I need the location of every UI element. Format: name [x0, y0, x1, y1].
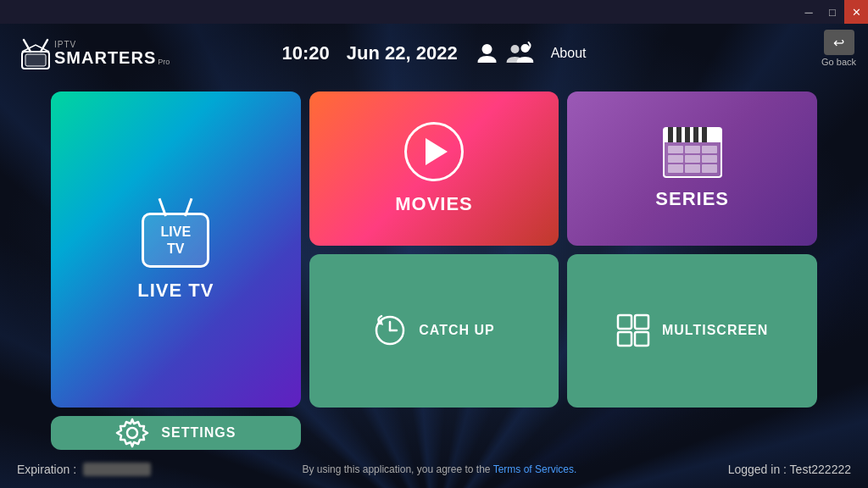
tv-body: LIVE TV — [142, 213, 209, 268]
footer: Expiration : By using this application, … — [0, 450, 868, 488]
user-icons — [475, 41, 534, 66]
multiscreen-text: MULTISCREEN — [662, 323, 768, 338]
live-tv-tile[interactable]: LIVE TV LIVE TV — [51, 92, 301, 408]
multiscreen-tile[interactable]: MULTISCREEN — [567, 254, 817, 408]
user-group-icon[interactable] — [505, 41, 534, 66]
clapboard-icon — [663, 127, 722, 176]
svg-point-5 — [511, 45, 520, 53]
tv-icon-wrapper: LIVE TV — [142, 197, 209, 268]
settings-text: SETTINGS — [161, 425, 236, 441]
terms-text: By using this application, you agree to … — [302, 463, 490, 475]
go-back-icon: ↩ — [824, 30, 854, 55]
live-tv-label: LIVE TV — [137, 280, 214, 302]
time-display: 10:20 — [282, 42, 330, 64]
svg-rect-12 — [635, 315, 648, 329]
close-button[interactable]: ✕ — [844, 0, 868, 24]
footer-logged-in: Logged in : Test222222 — [728, 463, 851, 476]
movies-label: MOVIES — [395, 193, 473, 215]
maximize-button[interactable]: □ — [821, 0, 844, 24]
series-tile[interactable]: SERIES — [567, 92, 817, 246]
movies-tile[interactable]: MOVIES — [309, 92, 559, 246]
svg-rect-13 — [618, 332, 632, 346]
catchup-label-wrapper: CATCH UP — [373, 313, 494, 347]
expiration-value — [83, 463, 151, 476]
svg-point-15 — [127, 428, 137, 438]
settings-tile[interactable]: SETTINGS — [51, 416, 301, 450]
catchup-tile[interactable]: CATCH UP — [309, 254, 559, 408]
svg-rect-14 — [635, 332, 648, 346]
multiscreen-label-wrapper: MULTISCREEN — [616, 313, 768, 347]
multiscreen-icon — [616, 313, 650, 347]
catchup-icon — [373, 313, 407, 347]
play-triangle — [426, 138, 448, 165]
user-single-icon[interactable] — [475, 41, 500, 66]
main-container: IPTV SMARTERS Pro 10:20 Jun 22, 2022 — [0, 24, 868, 488]
series-label: SERIES — [655, 188, 729, 210]
svg-point-4 — [482, 44, 492, 54]
terms-link[interactable]: Terms of Services. — [493, 463, 577, 475]
settings-label-wrapper: SETTINGS — [115, 416, 236, 450]
date-display: Jun 22, 2022 — [347, 42, 458, 64]
go-back-button[interactable]: ↩ Go back — [821, 30, 856, 67]
clapboard-body — [663, 142, 722, 178]
content-grid: LIVE TV LIVE TV MOVIES — [0, 83, 868, 450]
settings-gear-icon — [115, 416, 149, 450]
logo-pro: Pro — [158, 58, 170, 66]
expiration-label: Expiration : — [17, 463, 76, 476]
svg-rect-11 — [618, 315, 632, 329]
svg-rect-3 — [25, 54, 46, 66]
footer-expiration: Expiration : — [17, 463, 151, 476]
header: IPTV SMARTERS Pro 10:20 Jun 22, 2022 — [0, 24, 868, 83]
logo-text: IPTV SMARTERS Pro — [54, 41, 170, 66]
clapboard-top — [663, 127, 722, 142]
window-titlebar: ─ □ ✕ — [0, 0, 868, 24]
about-label[interactable]: About — [551, 46, 587, 61]
footer-terms: By using this application, you agree to … — [302, 463, 576, 475]
play-icon — [404, 122, 464, 181]
tv-screen-text: LIVE TV — [161, 224, 192, 256]
logo: IPTV SMARTERS Pro — [17, 36, 170, 70]
catchup-text: CATCH UP — [419, 323, 494, 338]
minimize-button[interactable]: ─ — [797, 0, 821, 24]
logo-icon — [17, 36, 54, 70]
go-back-label: Go back — [821, 57, 856, 67]
logo-smarters: SMARTERS — [54, 49, 156, 66]
header-center: 10:20 Jun 22, 2022 Ab — [282, 41, 587, 66]
